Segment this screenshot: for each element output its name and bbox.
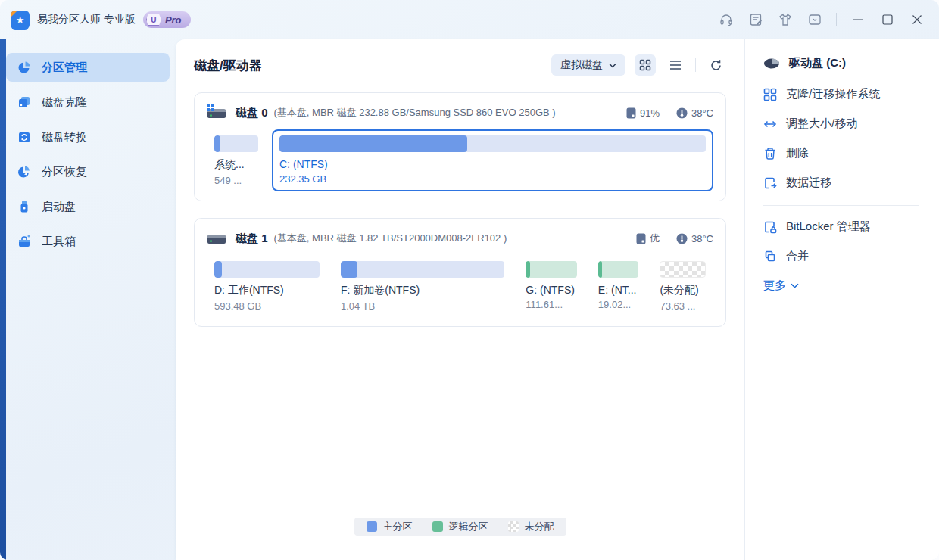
sidebar: 分区管理 磁盘克隆 磁盘转换: [6, 39, 176, 560]
action-resize-move[interactable]: 调整大小/移动: [763, 117, 931, 131]
thermometer-icon: [676, 233, 688, 244]
bootable-usb-icon: [17, 199, 32, 214]
data-migrate-icon: [763, 176, 777, 190]
pro-gem-icon: U: [146, 14, 161, 26]
logical-swatch-icon: [432, 521, 443, 532]
drive-pie-icon: [763, 58, 780, 70]
disk-card-1: 磁盘 1 (基本盘, MBR 磁盘 1.82 TB/ST2000DM008-2F…: [194, 218, 726, 327]
resize-move-icon: [763, 117, 777, 131]
bitlocker-lock-icon: [763, 220, 777, 234]
partition-legend: 主分区 逻辑分区 未分配: [354, 518, 566, 536]
theme-tshirt-icon[interactable]: [777, 11, 794, 28]
list-view-icon: [669, 60, 682, 70]
disk-details: (基本盘, MBR 磁盘 1.82 TB/ST2000DM008-2FR102 …: [274, 232, 507, 245]
sidebar-item-disk-clone[interactable]: 磁盘克隆: [6, 88, 170, 117]
disk-name: 磁盘 0: [236, 106, 268, 120]
partition-c-selected[interactable]: C: (NTFS) 232.35 GB: [272, 129, 713, 191]
titlebar-separator: [836, 13, 837, 26]
windows-badge-icon: [207, 104, 214, 111]
chevron-down-icon: [609, 63, 616, 68]
panel-divider: [763, 205, 919, 206]
primary-swatch-icon: [367, 521, 377, 532]
toolbar-separator: [695, 58, 696, 72]
feedback-note-icon[interactable]: [747, 11, 764, 28]
clone-os-grid-icon: [763, 88, 777, 101]
disk-temperature-badge: 38°C: [676, 107, 713, 119]
merge-icon: [763, 250, 777, 263]
partition-f[interactable]: F: 新加卷(NTFS) 1.04 TB: [333, 255, 512, 319]
partition-e[interactable]: E: (NT... 19.02...: [591, 255, 647, 317]
partition-system-reserved[interactable]: 系统... 549 ...: [207, 129, 266, 193]
left-accent-strip: [0, 39, 6, 560]
list-view-button[interactable]: [665, 54, 686, 76]
legend-primary: 主分区: [367, 520, 413, 534]
refresh-button[interactable]: [705, 54, 726, 76]
legend-logical: 逻辑分区: [432, 520, 488, 534]
disk-temperature-badge: 38°C: [676, 233, 713, 244]
disk-icon: [207, 230, 226, 247]
virtual-disk-dropdown[interactable]: 虚拟磁盘: [551, 54, 625, 76]
disk-health-badge: 91%: [626, 107, 660, 119]
disk-list-panel: 磁盘/驱动器 虚拟磁盘: [176, 39, 745, 560]
action-delete[interactable]: 删除: [763, 146, 931, 160]
disk-card-0: 磁盘 0 (基本盘, MBR 磁盘 232.88 GB/Samsung SSD …: [194, 92, 726, 201]
action-data-migration[interactable]: 数据迁移: [763, 176, 931, 190]
sidebar-item-partition-manager[interactable]: 分区管理: [6, 53, 170, 82]
partition-recovery-icon: [17, 164, 32, 179]
sidebar-item-disk-convert[interactable]: 磁盘转换: [6, 123, 170, 151]
action-merge[interactable]: 合并: [763, 249, 931, 263]
headset-icon[interactable]: [718, 11, 735, 28]
sidebar-item-toolbox[interactable]: 工具箱: [6, 227, 170, 256]
app-window: ★ 易我分区大师 专业版 U Pro: [0, 0, 939, 560]
page-title: 磁盘/驱动器: [194, 57, 262, 74]
grid-view-button[interactable]: [635, 54, 656, 76]
action-bitlocker-manager[interactable]: BitLocker 管理器: [763, 219, 931, 234]
titlebar: ★ 易我分区大师 专业版 U Pro: [0, 0, 939, 39]
maximize-icon[interactable]: [879, 11, 896, 28]
disk-name: 磁盘 1: [236, 232, 268, 246]
toolbox-icon: [17, 234, 32, 249]
partition-unallocated[interactable]: (未分配) 73.63 ...: [652, 255, 713, 319]
pie-partition-icon: [17, 60, 32, 75]
chevron-down-icon: [791, 283, 799, 288]
selected-drive-header: 驱动盘 (C:): [763, 56, 931, 70]
minimize-icon[interactable]: [850, 11, 866, 28]
disk-convert-icon: [17, 129, 32, 145]
app-logo-icon: ★: [11, 11, 30, 30]
thermometer-icon: [676, 107, 688, 119]
grid-view-icon: [639, 59, 651, 71]
partition-d[interactable]: D: 工作(NTFS) 593.48 GB: [207, 255, 327, 319]
legend-unallocated: 未分配: [508, 520, 554, 534]
ssd-health-icon: [636, 233, 646, 244]
sidebar-item-partition-recovery[interactable]: 分区恢复: [6, 157, 170, 186]
pro-badge: U Pro: [143, 11, 191, 28]
ssd-health-icon: [626, 107, 636, 119]
action-clone-migrate-os[interactable]: 克隆/迁移操作系统: [763, 87, 931, 101]
trash-icon: [763, 147, 777, 160]
disk-details: (基本盘, MBR 磁盘 232.88 GB/Samsung SSD 860 E…: [274, 106, 556, 120]
disk-health-badge: 优: [636, 232, 660, 245]
app-title: 易我分区大师 专业版: [37, 13, 136, 26]
unallocated-swatch-icon: [508, 521, 519, 532]
menu-box-icon[interactable]: [806, 11, 823, 28]
sidebar-item-bootable-disk[interactable]: 启动盘: [6, 192, 170, 221]
disk-clone-icon: [17, 95, 32, 110]
close-icon[interactable]: [909, 11, 925, 28]
refresh-icon: [710, 59, 722, 72]
action-panel: 驱动盘 (C:) 克隆/迁移操作系统 调整大小/移动: [745, 39, 939, 560]
partition-g[interactable]: G: (NTFS) 111.61...: [518, 255, 585, 317]
more-actions-link[interactable]: 更多: [763, 278, 931, 293]
system-disk-icon: [207, 104, 226, 121]
